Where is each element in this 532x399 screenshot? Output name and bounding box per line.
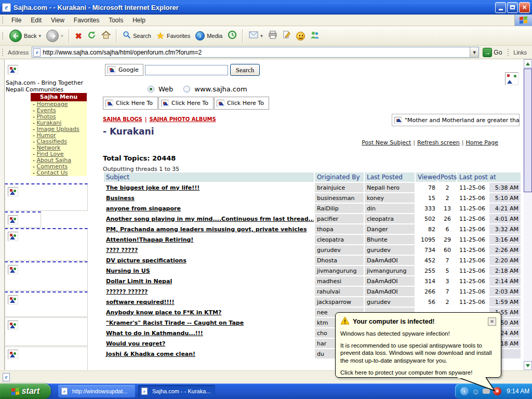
- thread-link[interactable]: ???? ?????: [106, 247, 138, 254]
- sidebar-menu-link[interactable]: Contact Us: [36, 169, 68, 176]
- sidebar-menu-item: - Contact Us: [31, 170, 87, 176]
- print-button[interactable]: [265, 28, 280, 44]
- links-label: Links: [512, 49, 532, 56]
- home-button[interactable]: [99, 28, 113, 44]
- scroll-up-button[interactable]: [524, 59, 532, 68]
- toolbar-grip[interactable]: [2, 32, 5, 39]
- menu-item[interactable]: Edit: [26, 16, 46, 25]
- menu-item[interactable]: Help: [128, 16, 150, 25]
- sajha-blogs-link[interactable]: SAJHA BLOGS: [103, 116, 142, 122]
- radio-sajha[interactable]: [183, 86, 190, 92]
- cell-last-posted: Nepali hero: [365, 183, 415, 192]
- cell-posts: 60: [438, 245, 456, 255]
- msn-messenger-button[interactable]: [308, 28, 322, 44]
- thread-link[interactable]: PM, Prachanda among leaders misusing gov…: [106, 226, 307, 233]
- stop-button[interactable]: ✖: [73, 28, 85, 44]
- search-button[interactable]: Search: [120, 28, 154, 44]
- promo-tab-label: Click Here To: [227, 100, 264, 107]
- vertical-scrollbar[interactable]: [524, 59, 532, 370]
- balloon-close-icon[interactable]: ✕: [488, 317, 496, 326]
- cell-originated-by: rahulvai: [315, 287, 364, 296]
- menu-item[interactable]: Favorites: [69, 16, 104, 25]
- mail-icon: [249, 31, 258, 41]
- menu-item[interactable]: View: [46, 16, 69, 25]
- thread-link[interactable]: "Kramer's" Racist Tirade -- Caught on Ta…: [106, 320, 244, 326]
- header-last-posted: Last Posted: [365, 172, 415, 182]
- forward-dropdown-icon[interactable]: ▾: [61, 33, 63, 38]
- favorites-button[interactable]: ★ Favorites: [154, 28, 193, 44]
- menu-item[interactable]: Tools: [104, 16, 128, 25]
- scroll-down-button[interactable]: [524, 361, 532, 370]
- cell-date: 11-25-06: [457, 256, 488, 265]
- messenger-button[interactable]: [294, 28, 308, 44]
- mail-button[interactable]: ▾: [246, 28, 265, 44]
- thread-link[interactable]: Business: [106, 195, 135, 202]
- task-button-sajha[interactable]: e Sajha.com - - Kuraka...: [138, 385, 215, 397]
- thread-link[interactable]: The biggest joke of my life!!!: [106, 184, 200, 191]
- maximize-button[interactable]: [507, 2, 518, 13]
- action-link[interactable]: Refresh screen: [411, 139, 459, 146]
- balloon-click-here[interactable]: Click here to protect your computer from…: [340, 369, 496, 377]
- thread-link[interactable]: What to do in Kathmandu...!!!: [106, 330, 203, 337]
- broken-image-icon: [8, 350, 18, 359]
- promo-tab[interactable]: Click Here To: [103, 97, 158, 110]
- search-submit-button[interactable]: Search: [230, 64, 260, 76]
- promo-tab[interactable]: Click Here To: [158, 97, 214, 110]
- total-topics: Total Topics: 20448: [103, 154, 176, 162]
- search-scope-options: Web www.sajha.com: [148, 85, 254, 93]
- scrollbar-thumb[interactable]: [524, 69, 532, 192]
- thread-link[interactable]: Joshi & Khadka come clean!: [106, 351, 195, 357]
- back-button[interactable]: Back ▾: [7, 28, 44, 44]
- scroll-down-arrow-icon: [526, 364, 530, 367]
- thread-link[interactable]: Nursing in US: [106, 268, 150, 274]
- action-link[interactable]: Post New Subject: [362, 139, 411, 146]
- thread-link[interactable]: ?????? ??????: [106, 288, 148, 295]
- minimize-button[interactable]: [495, 2, 506, 13]
- cell-time: 2:20 AM: [489, 256, 521, 265]
- cell-posts: 3: [438, 276, 456, 286]
- thread-link[interactable]: Another song playing in my mind....Conti…: [106, 216, 314, 222]
- back-dropdown-icon[interactable]: ▾: [38, 33, 41, 38]
- table-row: Nursing in US jivmangurung jivmangurung …: [104, 266, 521, 275]
- cell-date: 11-25-06: [457, 266, 488, 275]
- edit-button[interactable]: [280, 28, 294, 44]
- broken-image-icon: [8, 65, 18, 74]
- refresh-button[interactable]: [85, 28, 99, 44]
- cell-date: 11-25-06: [457, 276, 488, 286]
- thread-link[interactable]: software required!!!!: [106, 299, 175, 305]
- close-button[interactable]: ✕: [519, 2, 530, 13]
- go-button[interactable]: → Go: [479, 46, 506, 59]
- address-dropdown[interactable]: ▼: [470, 47, 478, 57]
- cell-originated-by: cleopatra: [315, 235, 364, 244]
- thread-link[interactable]: Anybody know place to F*K in KTM?: [106, 309, 221, 316]
- history-button[interactable]: [225, 28, 240, 44]
- promo-tab[interactable]: Click Here To: [214, 97, 269, 110]
- forward-button[interactable]: ▾: [44, 28, 66, 44]
- thread-link[interactable]: Dollar Limit in Nepal: [106, 278, 172, 285]
- action-link[interactable]: Home Page: [460, 139, 498, 146]
- media-button[interactable]: ♪ Media: [193, 28, 225, 44]
- menu-item[interactable]: File: [7, 16, 26, 25]
- cell-posts: 13: [438, 204, 456, 213]
- window-controls: ✕: [495, 2, 530, 13]
- mail-dropdown-icon[interactable]: ▾: [260, 33, 263, 38]
- thread-link[interactable]: DV picture specifications: [106, 257, 187, 264]
- sajha-photo-albums-link[interactable]: SAJHA PHOTO ALBUMS: [149, 116, 216, 122]
- toolbar-grip[interactable]: [508, 49, 510, 56]
- cell-viewed: 314: [416, 276, 437, 286]
- radio-web[interactable]: [148, 86, 154, 92]
- search-input[interactable]: [145, 65, 228, 75]
- toolbar-grip[interactable]: [2, 49, 5, 56]
- balloon-body: Windows has detected spyware infection! …: [340, 330, 496, 377]
- header-subject: Subject: [104, 172, 314, 182]
- cell-originated-by: businessman: [315, 193, 364, 203]
- spyware-alert-balloon[interactable]: ! Your computer is infected! ✕ Windows h…: [335, 312, 501, 378]
- thread-link[interactable]: Would you regret?: [106, 340, 165, 347]
- thread-link[interactable]: anyone from singapore: [106, 205, 181, 212]
- thread-link[interactable]: Attention!Thapap Retiring!: [106, 236, 193, 243]
- address-input[interactable]: e http://www.sajha.com/sajha/html/openfo…: [32, 47, 479, 58]
- toolbar-grip[interactable]: [2, 17, 5, 24]
- task-button-windowsupdate[interactable]: e http://windowsupdat...: [58, 385, 135, 397]
- balloon-tail: [442, 377, 504, 394]
- start-button[interactable]: start: [0, 383, 51, 399]
